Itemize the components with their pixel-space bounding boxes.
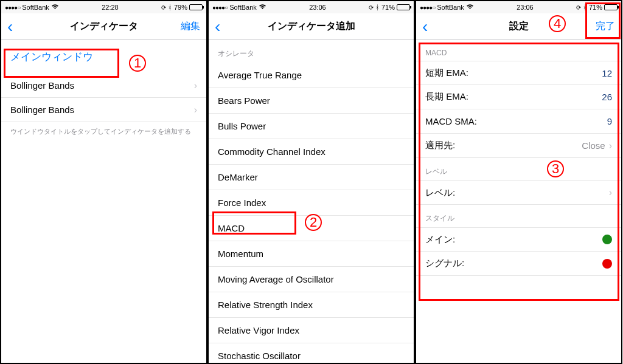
settings-row[interactable]: メイン: (416, 227, 621, 252)
row-value: 9 (607, 116, 612, 126)
row-value: 26 (602, 92, 612, 102)
section-header-style: スタイル (416, 205, 621, 227)
bluetooth-icon: ᚼ (375, 4, 380, 11)
settings-row[interactable]: レベル:› (416, 180, 621, 205)
back-button[interactable]: ‹ (7, 18, 26, 35)
indicator-row[interactable]: Bollinger Bands › (1, 74, 206, 98)
status-bar: ●●●●○ SoftBank 23:06 ⟳ ᚼ 71% (209, 1, 414, 13)
content: MACD 短期 EMA:12長期 EMA:26MACD SMA:9適用先:Clo… (416, 40, 621, 363)
row-label: 短期 EMA: (425, 67, 468, 79)
row-label: Bollinger Bands (10, 105, 74, 115)
main-window-button[interactable]: メインウィンドウ (1, 40, 206, 74)
status-bar: ●●●●○ SoftBank 22:28 ⟳ ᚼ 79% (1, 1, 206, 13)
time-label: 23:06 (517, 4, 534, 11)
battery-pct: 71% (589, 4, 602, 11)
section-header-level: レベル (416, 158, 621, 180)
done-button[interactable]: 完了 (591, 20, 615, 33)
settings-row[interactable]: 適用先:Close› (416, 134, 621, 158)
oscillator-row[interactable]: MACD (209, 216, 414, 241)
row-label: レベル: (425, 187, 455, 199)
chevron-icon: › (194, 105, 197, 115)
carrier-label: SoftBank (229, 4, 257, 11)
battery-pct: 71% (381, 4, 395, 11)
nav-bar: ‹ インディケータ追加 (209, 13, 414, 40)
row-label: メイン: (425, 234, 455, 246)
footer-note: ウインドウタイトルをタップしてインディケータを追加する (1, 122, 206, 141)
section-header-macd: MACD (416, 40, 621, 61)
row-label: シグナル: (425, 258, 464, 269)
battery-pct: 79% (174, 4, 187, 11)
battery-icon (189, 4, 203, 10)
row-label: 適用先: (425, 140, 455, 151)
nav-bar: ‹ インディケータ 編集 (1, 13, 206, 40)
chevron-icon: › (609, 187, 612, 198)
oscillator-row[interactable]: Commodity Channel Index (209, 139, 414, 165)
screen-add-indicator: ●●●●○ SoftBank 23:06 ⟳ ᚼ 71% ‹ インディケータ追加… (207, 0, 415, 364)
wifi-icon (259, 4, 266, 11)
battery-icon (604, 4, 618, 10)
signal-dots: ●●●●○ (420, 4, 435, 11)
row-value: 12 (602, 68, 612, 78)
row-label: 長期 EMA: (425, 91, 468, 103)
nav-title: インディケータ追加 (209, 20, 414, 33)
oscillator-row[interactable]: DeMarker (209, 165, 414, 190)
status-bar: ●●●●○ SoftBank 23:06 ⟳ ᚼ 71% (416, 1, 621, 13)
battery-icon (397, 4, 410, 10)
bluetooth-icon: ᚼ (168, 4, 172, 11)
row-label: MACD SMA: (425, 116, 477, 126)
section-header: オシレータ (209, 40, 414, 63)
oscillator-row[interactable]: Force Index (209, 190, 414, 216)
oscillator-row[interactable]: Relative Vigor Index (209, 318, 414, 343)
settings-row[interactable]: MACD SMA:9 (416, 109, 621, 134)
nav-bar: ‹ 設定 完了 (416, 13, 621, 40)
color-dot (602, 259, 612, 269)
bluetooth-icon: ᚼ (583, 4, 587, 11)
indicator-row[interactable]: Bollinger Bands › (1, 98, 206, 122)
chevron-icon: › (194, 80, 197, 91)
orientation-lock-icon: ⟳ (161, 4, 166, 11)
oscillator-row[interactable]: Average True Range (209, 63, 414, 88)
wifi-icon (51, 4, 59, 11)
color-dot (602, 235, 612, 244)
signal-dots: ●●●●○ (5, 4, 20, 11)
oscillator-row[interactable]: Moving Average of Oscillator (209, 267, 414, 292)
oscillator-row[interactable]: Momentum (209, 241, 414, 267)
wifi-icon (466, 4, 474, 11)
orientation-lock-icon: ⟳ (576, 4, 581, 11)
oscillator-row[interactable]: Stochastic Oscillator (209, 343, 414, 363)
time-label: 23:06 (309, 4, 326, 11)
oscillator-row[interactable]: Bears Power (209, 88, 414, 114)
row-value: Close (582, 140, 605, 151)
settings-row[interactable]: 短期 EMA:12 (416, 61, 621, 85)
screen-indicators: ●●●●○ SoftBank 22:28 ⟳ ᚼ 79% ‹ インディケータ 編… (0, 0, 207, 364)
back-button[interactable]: ‹ (215, 18, 233, 35)
oscillator-row[interactable]: Bulls Power (209, 114, 414, 139)
back-button[interactable]: ‹ (422, 18, 440, 35)
content: メインウィンドウ Bollinger Bands › Bollinger Ban… (1, 40, 206, 363)
signal-dots: ●●●●○ (212, 4, 228, 11)
screen-settings: ●●●●○ SoftBank 23:06 ⟳ ᚼ 71% ‹ 設定 完了 MAC… (415, 0, 622, 364)
chevron-icon: › (609, 140, 612, 151)
content: オシレータ Average True RangeBears PowerBulls… (209, 40, 414, 363)
edit-button[interactable]: 編集 (176, 20, 200, 33)
carrier-label: SoftBank (22, 4, 49, 11)
row-label: Bollinger Bands (10, 80, 74, 91)
carrier-label: SoftBank (437, 4, 464, 11)
time-label: 22:28 (102, 4, 119, 11)
settings-row[interactable]: シグナル: (416, 252, 621, 276)
settings-row[interactable]: 長期 EMA:26 (416, 85, 621, 109)
oscillator-row[interactable]: Relative Strength Index (209, 292, 414, 318)
orientation-lock-icon: ⟳ (369, 4, 374, 11)
